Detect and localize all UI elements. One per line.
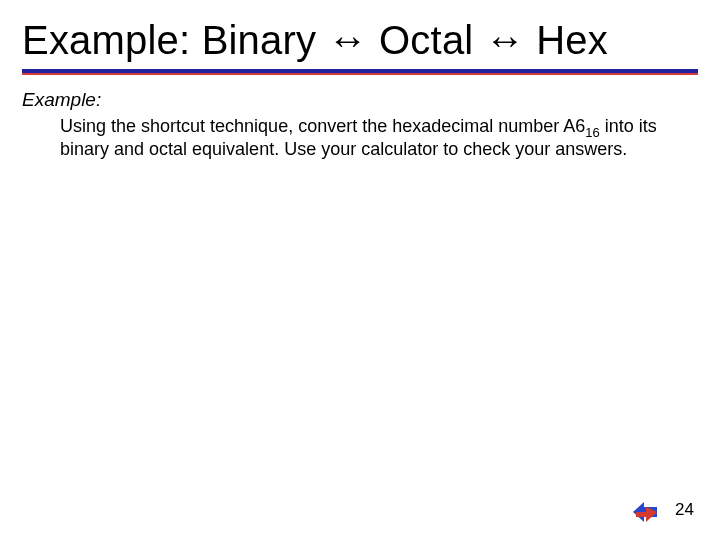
slide: Example: Binary ↔ Octal ↔ Hex Example: U… — [0, 0, 720, 540]
logo-icon — [630, 498, 660, 526]
body-text-pre: Using the shortcut technique, convert th… — [60, 116, 585, 136]
slide-title: Example: Binary ↔ Octal ↔ Hex — [0, 0, 720, 69]
title-rule-red — [22, 73, 698, 75]
example-body: Using the shortcut technique, convert th… — [0, 115, 708, 161]
body-subscript: 16 — [585, 125, 599, 140]
page-number: 24 — [675, 500, 694, 520]
example-label: Example: — [0, 89, 720, 115]
